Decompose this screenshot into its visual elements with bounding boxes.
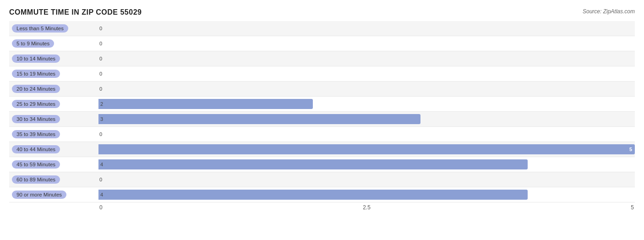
bar-label-pill: 35 to 39 Minutes [12, 130, 60, 138]
bar-section: 4 [98, 187, 635, 202]
bar-section: 3 [98, 112, 635, 126]
bar-label-pill: 15 to 19 Minutes [12, 70, 60, 78]
bar-section: 0 [98, 51, 635, 66]
bar-label: 90 or more Minutes [9, 187, 98, 202]
bar-section: 0 [98, 21, 635, 36]
bar-row: 15 to 19 Minutes0 [9, 66, 635, 82]
bar-section: 0 [98, 172, 635, 187]
bar-label: 15 to 19 Minutes [9, 66, 98, 81]
rows-container: Less than 5 Minutes05 to 9 Minutes010 to… [9, 21, 635, 202]
bar-label: 5 to 9 Minutes [9, 36, 98, 51]
bar-value: 4 [100, 192, 103, 197]
bar-label-pill: 5 to 9 Minutes [12, 39, 54, 48]
bar-value-zero: 0 [99, 41, 102, 46]
bar-label: 30 to 34 Minutes [9, 112, 98, 126]
bar-value-zero: 0 [99, 131, 102, 137]
bar-row: 5 to 9 Minutes0 [9, 36, 635, 51]
bar-label: 40 to 44 Minutes [9, 142, 98, 157]
bar-value-zero: 0 [99, 86, 102, 92]
bar-label-pill: 60 to 89 Minutes [12, 175, 60, 184]
bar-row: 10 to 14 Minutes0 [9, 51, 635, 66]
chart-header: COMMUTE TIME IN ZIP CODE 55029 Source: Z… [9, 8, 635, 16]
x-axis-label: 0 [99, 204, 103, 211]
bar-value-zero: 0 [99, 177, 102, 182]
bar-value: 2 [100, 101, 103, 107]
chart-container: COMMUTE TIME IN ZIP CODE 55029 Source: Z… [0, 0, 644, 240]
bar-label: 35 to 39 Minutes [9, 127, 98, 142]
bar-label-pill: 25 to 29 Minutes [12, 100, 60, 108]
bar-fill: 5 [98, 144, 635, 154]
bar-row: 40 to 44 Minutes5 [9, 142, 635, 157]
bar-row: Less than 5 Minutes0 [9, 21, 635, 36]
bar-value: 3 [100, 116, 103, 122]
bar-value-zero: 0 [99, 71, 102, 76]
bar-label: 60 to 89 Minutes [9, 172, 98, 187]
bar-label: 45 to 59 Minutes [9, 157, 98, 172]
bar-value: 4 [100, 162, 103, 167]
bar-section: 0 [98, 127, 635, 142]
bar-label-pill: 20 to 24 Minutes [12, 85, 60, 93]
x-axis: 02.55 [98, 204, 635, 211]
bar-row: 30 to 34 Minutes3 [9, 112, 635, 127]
bar-row: 35 to 39 Minutes0 [9, 127, 635, 142]
bar-row: 90 or more Minutes4 [9, 187, 635, 202]
bar-section: 0 [98, 36, 635, 51]
bar-label-pill: 10 to 14 Minutes [12, 55, 60, 63]
bar-label: 10 to 14 Minutes [9, 51, 98, 66]
bar-row: 25 to 29 Minutes2 [9, 97, 635, 112]
bar-row: 45 to 59 Minutes4 [9, 157, 635, 172]
bar-section: 5 [98, 142, 635, 157]
bar-label: Less than 5 Minutes [9, 21, 98, 36]
bar-section: 0 [98, 66, 635, 81]
bar-section: 0 [98, 82, 635, 96]
bar-label-pill: 40 to 44 Minutes [12, 145, 60, 153]
bar-label-pill: 30 to 34 Minutes [12, 115, 60, 123]
bar-label-pill: 45 to 59 Minutes [12, 160, 60, 169]
bar-value-inside: 5 [629, 147, 632, 152]
bar-value-zero: 0 [99, 26, 102, 31]
bar-section: 2 [98, 97, 635, 111]
bar-label-pill: Less than 5 Minutes [12, 24, 68, 33]
bar-label-pill: 90 or more Minutes [12, 191, 66, 199]
bar-label: 20 to 24 Minutes [9, 82, 98, 96]
x-axis-label: 5 [631, 204, 634, 211]
bar-fill: 3 [98, 114, 420, 124]
bar-value-zero: 0 [99, 56, 102, 61]
bar-row: 20 to 24 Minutes0 [9, 82, 635, 97]
bar-row: 60 to 89 Minutes0 [9, 172, 635, 187]
bar-section: 4 [98, 157, 635, 172]
bar-label: 25 to 29 Minutes [9, 97, 98, 111]
chart-source: Source: ZipAtlas.com [583, 8, 635, 15]
bar-fill: 2 [98, 99, 313, 109]
chart-title: COMMUTE TIME IN ZIP CODE 55029 [9, 8, 142, 16]
x-axis-label: 2.5 [363, 204, 371, 211]
bar-fill: 4 [98, 190, 528, 200]
bar-fill: 4 [98, 159, 528, 169]
